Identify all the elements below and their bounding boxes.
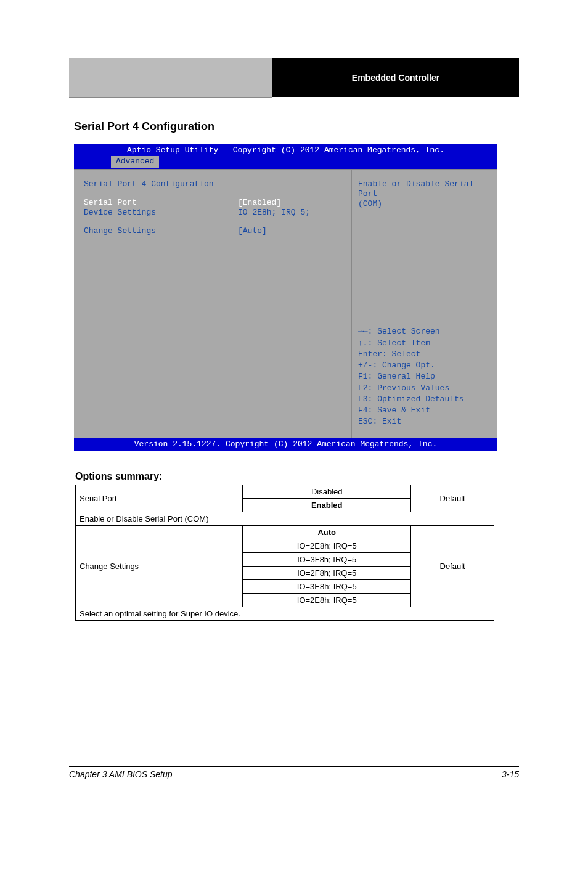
option-serial-port-enabled: Enabled bbox=[243, 499, 411, 512]
bios-screenshot: Aptio Setup Utility – Copyright (C) 2012… bbox=[74, 144, 497, 451]
option-serial-port-flag: Default bbox=[411, 485, 494, 512]
option-serial-port-label: Serial Port bbox=[76, 485, 243, 512]
options-wrapper: Options summary: Serial Port Disabled De… bbox=[73, 471, 517, 621]
option-change-settings-auto: Auto bbox=[243, 526, 411, 539]
header-left-box bbox=[69, 58, 272, 98]
bios-help-text: Enable or Disable Serial Port (COM) bbox=[358, 179, 491, 210]
table-row: Change Settings Auto Default bbox=[76, 526, 494, 539]
bios-change-settings-value: [Auto] bbox=[238, 226, 267, 236]
option-change-settings-opt5: IO=3E8h; IRQ=5 bbox=[243, 580, 411, 594]
bios-tab-advanced[interactable]: Advanced bbox=[111, 156, 159, 167]
bios-tab-row: Advanced bbox=[74, 156, 497, 168]
bios-help-text-line1: Enable or Disable Serial Port bbox=[358, 179, 491, 200]
bios-key-f4: F4: Save & Exit bbox=[358, 406, 491, 415]
footer-page-number: 3-15 bbox=[502, 769, 519, 779]
option-change-settings-desc: Select an optimal setting for Super IO d… bbox=[76, 607, 494, 621]
option-change-settings-flag: Default bbox=[411, 526, 494, 607]
bios-left-pane: Serial Port 4 Configuration Serial Port … bbox=[74, 170, 351, 438]
bios-bottom-bar: Version 2.15.1227. Copyright (C) 2012 Am… bbox=[74, 438, 497, 451]
bios-key-enter: Enter: Select bbox=[358, 350, 491, 359]
bios-serial-port-label: Serial Port bbox=[84, 198, 238, 208]
bios-key-select-screen: →←: Select Screen bbox=[358, 327, 491, 337]
option-change-settings-opt3: IO=3F8h; IRQ=5 bbox=[243, 553, 411, 567]
table-row: Serial Port Disabled Default bbox=[76, 485, 494, 499]
options-table: Serial Port Disabled Default Enabled Ena… bbox=[75, 485, 494, 621]
bios-key-f1: F1: General Help bbox=[358, 372, 491, 382]
bios-device-settings-value: IO=2E8h; IRQ=5; bbox=[238, 208, 310, 218]
bios-change-settings-label: Change Settings bbox=[84, 226, 238, 236]
bios-body: Serial Port 4 Configuration Serial Port … bbox=[74, 169, 497, 438]
page-header: Embedded Controller bbox=[69, 58, 519, 98]
option-change-settings-opt2: IO=2E8h; IRQ=5 bbox=[243, 539, 411, 553]
bios-row-serial-port[interactable]: Serial Port [Enabled] bbox=[84, 198, 341, 208]
page-footer: Chapter 3 AMI BIOS Setup 3-15 bbox=[69, 766, 519, 779]
bios-key-legend: →←: Select Screen ↑↓: Select Item Enter:… bbox=[358, 327, 491, 428]
bios-key-f2: F2: Previous Values bbox=[358, 383, 491, 393]
bios-help-text-line2: (COM) bbox=[358, 199, 491, 209]
option-change-settings-label: Change Settings bbox=[76, 526, 243, 607]
bios-key-select-item: ↑↓: Select Item bbox=[358, 338, 491, 348]
section-heading-wrapper: Serial Port 4 Configuration bbox=[73, 120, 517, 141]
option-serial-port-disabled: Disabled bbox=[243, 485, 411, 499]
bios-key-change-opt: +/-: Change Opt. bbox=[358, 361, 491, 370]
option-change-settings-opt6: IO=2E8h; IRQ=5 bbox=[243, 594, 411, 607]
option-serial-port-desc: Enable or Disable Serial Port (COM) bbox=[76, 512, 494, 526]
bios-key-f3: F3: Optimized Defaults bbox=[358, 395, 491, 404]
table-row: Select an optimal setting for Super IO d… bbox=[76, 607, 494, 621]
section-heading: Serial Port 4 Configuration bbox=[74, 120, 517, 133]
bios-page-title: Serial Port 4 Configuration bbox=[84, 179, 238, 189]
table-row: Enable or Disable Serial Port (COM) bbox=[76, 512, 494, 526]
footer-chapter: Chapter 3 AMI BIOS Setup bbox=[69, 769, 173, 779]
bios-top-bar: Aptio Setup Utility – Copyright (C) 2012… bbox=[74, 144, 497, 156]
bios-row-change-settings[interactable]: Change Settings [Auto] bbox=[84, 226, 341, 236]
bios-key-esc: ESC: Exit bbox=[358, 417, 491, 427]
options-heading: Options summary: bbox=[75, 471, 517, 482]
bios-right-pane: Enable or Disable Serial Port (COM) →←: … bbox=[351, 170, 496, 438]
option-change-settings-opt4: IO=2F8h; IRQ=5 bbox=[243, 567, 411, 580]
bios-row-device-settings: Device Settings IO=2E8h; IRQ=5; bbox=[84, 208, 341, 218]
bios-device-settings-label: Device Settings bbox=[84, 208, 238, 218]
header-right-title: Embedded Controller bbox=[272, 58, 519, 98]
bios-serial-port-value: [Enabled] bbox=[238, 198, 281, 208]
